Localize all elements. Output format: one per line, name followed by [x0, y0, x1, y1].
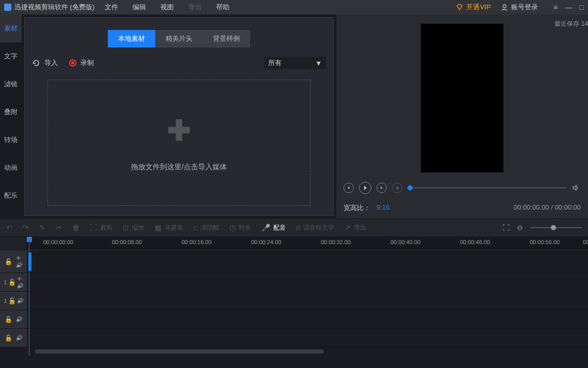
crop-label: 裁剪: [100, 223, 112, 232]
aspect-ratio: 宽高比： 9:16: [344, 203, 389, 213]
clock-icon: ◷: [230, 223, 236, 232]
zoom-out-button[interactable]: ⊖: [517, 223, 523, 232]
lock-icon[interactable]: 🔓: [5, 258, 12, 265]
progress-thumb[interactable]: [407, 185, 413, 190]
track-number: 1: [4, 279, 7, 285]
progress-bar[interactable]: [407, 187, 566, 188]
eye-icon[interactable]: 👁: [17, 276, 23, 282]
speech2text-button[interactable]: ⎚语音转文字: [296, 223, 334, 232]
plus-icon: ✚: [167, 114, 191, 147]
track-body[interactable]: [27, 310, 588, 328]
login-button[interactable]: 账号登录: [501, 3, 538, 12]
filter-select[interactable]: 所有 ▼: [264, 57, 326, 69]
vip-button[interactable]: 开通VIP: [456, 3, 491, 12]
preview-panel: 最近保存 14 宽高比： 9:16: [336, 14, 588, 218]
fit-button[interactable]: ⛶: [502, 223, 510, 232]
playhead-line: [29, 237, 29, 356]
zoom-button[interactable]: ⊡缩放: [123, 223, 144, 232]
aspect-value[interactable]: 9:16: [377, 203, 389, 213]
track-toggles: 👁 🔊: [16, 255, 22, 268]
user-icon: [501, 4, 508, 11]
record-button[interactable]: 录制: [69, 58, 94, 68]
prev-frame-button[interactable]: [344, 183, 354, 193]
speaker-icon[interactable]: 🔊: [16, 335, 22, 341]
voice-button[interactable]: 🎤配音: [262, 223, 286, 232]
dropzone-text: 拖放文件到这里/点击导入媒体: [131, 163, 227, 172]
cut-button[interactable]: ✂: [56, 223, 62, 232]
menu-file[interactable]: 文件: [105, 3, 118, 12]
lock-icon[interactable]: 🔓: [8, 297, 16, 305]
freeze-button[interactable]: ⎌冻结帧: [193, 223, 219, 232]
track-head: 1 🔓 🔊: [0, 292, 27, 310]
track-head: 🔓 👁 🔊: [0, 250, 27, 273]
next-frame-button[interactable]: [377, 183, 387, 193]
mosaic-button[interactable]: ▦马赛克: [155, 223, 183, 232]
sidebar-tab-transition[interactable]: 转场: [0, 126, 22, 154]
sidebar-tab-material[interactable]: 素材: [0, 14, 22, 42]
play-button[interactable]: [359, 182, 371, 194]
menu-export[interactable]: 导出: [188, 3, 202, 12]
sidebar-tab-filter[interactable]: 滤镜: [0, 70, 22, 98]
preview-video[interactable]: [421, 24, 503, 172]
zoom-slider-thumb[interactable]: [551, 225, 556, 230]
duration-button[interactable]: ◷时长: [230, 223, 251, 232]
sidebar-tab-music[interactable]: 配乐: [0, 182, 22, 210]
track-body[interactable]: [27, 292, 588, 310]
speaker-icon[interactable]: 🔊: [17, 298, 23, 303]
playhead-marker[interactable]: [27, 237, 32, 242]
menu-help[interactable]: 帮助: [216, 3, 230, 12]
app-title: 迅捷视频剪辑软件 (免费版): [14, 3, 94, 12]
scrollbar-thumb[interactable]: [35, 349, 324, 354]
export-button[interactable]: ↗导出: [345, 223, 366, 232]
playback-controls: [336, 172, 588, 194]
media-tab-background[interactable]: 背景样例: [203, 30, 250, 47]
media-tabs: 本地素材 精美片头 背景样例: [25, 18, 333, 47]
ruler-tick: 00:00:00.00: [43, 239, 73, 245]
sidebar-tab-text[interactable]: 文字: [0, 42, 22, 70]
redo-button[interactable]: ↷: [23, 223, 29, 232]
lock-icon[interactable]: 🔓: [5, 334, 12, 342]
minimize-icon[interactable]: —: [565, 3, 573, 11]
zoom-out-icon: ⊖: [517, 223, 523, 232]
sidebar-tab-animation[interactable]: 动画: [0, 154, 22, 182]
time-total: 00:00:00: [554, 203, 581, 211]
crop-icon: ⛶: [90, 223, 97, 232]
track-body[interactable]: [27, 250, 588, 273]
undo-button[interactable]: ↶: [6, 223, 12, 232]
filter-select-value: 所有: [268, 58, 282, 68]
login-label: 账号登录: [511, 3, 538, 12]
track-head: 🔓 🔊: [0, 329, 27, 347]
track-number: 1: [4, 298, 7, 304]
aspect-label: 宽高比：: [344, 203, 370, 213]
edit-button[interactable]: ✎: [39, 223, 45, 232]
media-dropzone[interactable]: ✚ 拖放文件到这里/点击导入媒体: [47, 79, 311, 206]
track-video: 🔓 👁 🔊: [0, 250, 588, 273]
import-button[interactable]: 导入: [32, 58, 58, 68]
speaker-icon[interactable]: 🔊: [16, 316, 22, 322]
timeline-ruler[interactable]: 00:00:00.00 00:00:08.00 00:00:16.00 00:0…: [27, 237, 588, 250]
crop-button[interactable]: ⛶裁剪: [90, 223, 112, 232]
volume-icon[interactable]: [571, 183, 581, 193]
speaker-icon[interactable]: 🔊: [17, 283, 23, 289]
track-body[interactable]: [27, 329, 588, 347]
stop-button[interactable]: [392, 183, 402, 193]
track-body[interactable]: [27, 273, 588, 291]
speaker-icon[interactable]: 🔊: [16, 262, 22, 268]
menu-edit[interactable]: 编辑: [133, 3, 146, 12]
menu-view[interactable]: 视图: [160, 3, 174, 12]
ruler-tick: 00:00:24.00: [251, 239, 281, 245]
eye-icon[interactable]: 👁: [16, 255, 22, 261]
hamburger-icon[interactable]: ≡: [553, 3, 558, 11]
lock-icon[interactable]: 🔓: [5, 316, 12, 323]
lock-icon[interactable]: 🔓: [8, 279, 16, 286]
timeline-scrollbar[interactable]: [0, 347, 588, 356]
media-tab-opening[interactable]: 精美片头: [155, 30, 203, 47]
track-head: 🔓 🔊: [0, 310, 27, 328]
delete-button[interactable]: 🗑: [72, 223, 79, 232]
maximize-icon[interactable]: □: [580, 3, 584, 11]
import-label: 导入: [44, 58, 58, 68]
sidebar-tab-overlay[interactable]: 叠附: [0, 98, 22, 126]
media-tab-local[interactable]: 本地素材: [108, 30, 155, 47]
trash-icon: 🗑: [72, 223, 79, 232]
zoom-slider[interactable]: [530, 227, 582, 228]
